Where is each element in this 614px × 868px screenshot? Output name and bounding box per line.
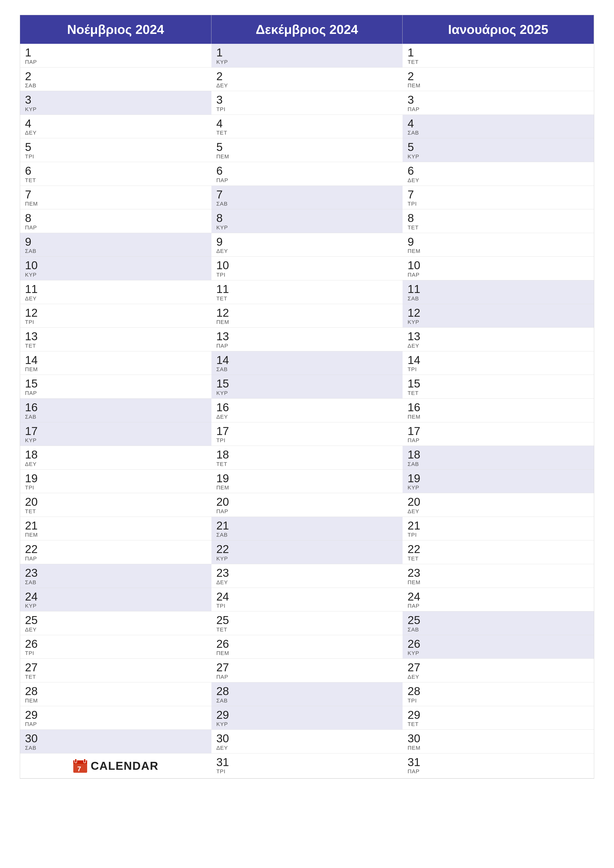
day-name: ΣΑΒ bbox=[25, 248, 207, 254]
day-name: ΔΕΥ bbox=[25, 626, 207, 633]
svg-text:7: 7 bbox=[77, 765, 81, 773]
day-number: 17 bbox=[216, 425, 398, 437]
day-name: ΔΕΥ bbox=[407, 674, 589, 680]
day-name: ΣΑΒ bbox=[216, 366, 398, 373]
month-0-row-14: 15ΠΑΡ bbox=[20, 375, 211, 398]
day-name: ΔΕΥ bbox=[216, 579, 398, 586]
month-1-row-1: 2ΔΕΥ bbox=[211, 68, 403, 91]
month-0-row-25: 26ΤΡΙ bbox=[20, 635, 211, 659]
day-name: ΔΕΥ bbox=[407, 508, 589, 515]
day-name: ΣΑΒ bbox=[25, 745, 207, 751]
day-name: ΤΡΙ bbox=[25, 153, 207, 160]
day-number: 31 bbox=[216, 756, 398, 769]
day-name: ΔΕΥ bbox=[216, 82, 398, 89]
month-0-row-29: 30ΣΑΒ bbox=[20, 730, 211, 753]
day-number: 22 bbox=[407, 543, 589, 555]
day-name: ΠΑΡ bbox=[407, 603, 589, 609]
day-name: ΠΕΜ bbox=[216, 485, 398, 491]
month-2-row-17: 18ΣΑΒ bbox=[403, 446, 594, 470]
day-number: 12 bbox=[407, 307, 589, 319]
month-2-row-28: 29ΤΕΤ bbox=[403, 706, 594, 730]
day-name: ΠΕΜ bbox=[407, 579, 589, 586]
day-number: 29 bbox=[407, 708, 589, 721]
month-0-row-20: 21ΠΕΜ bbox=[20, 517, 211, 541]
month-2-row-22: 23ΠΕΜ bbox=[403, 564, 594, 588]
day-name: ΣΑΒ bbox=[25, 414, 207, 420]
day-number: 13 bbox=[407, 330, 589, 343]
month-0-row-18: 19ΤΡΙ bbox=[20, 470, 211, 493]
day-number: 26 bbox=[216, 638, 398, 650]
day-number: 27 bbox=[25, 661, 207, 674]
month-2-row-16: 17ΠΑΡ bbox=[403, 422, 594, 446]
day-name: ΣΑΒ bbox=[407, 295, 589, 302]
day-name: ΚΥΡ bbox=[407, 485, 589, 491]
day-name: ΚΥΡ bbox=[216, 721, 398, 727]
day-number: 28 bbox=[25, 685, 207, 698]
day-name: ΤΡΙ bbox=[25, 650, 207, 656]
day-name: ΠΕΜ bbox=[407, 414, 589, 420]
day-number: 15 bbox=[407, 377, 589, 390]
month-0-row-21: 22ΠΑΡ bbox=[20, 540, 211, 564]
day-number: 5 bbox=[216, 141, 398, 153]
day-name: ΤΡΙ bbox=[25, 485, 207, 491]
month-2-row-11: 12ΚΥΡ bbox=[403, 304, 594, 328]
day-number: 17 bbox=[25, 425, 207, 437]
day-number: 24 bbox=[216, 591, 398, 603]
month-1-row-9: 10ΤΡΙ bbox=[211, 257, 403, 281]
month-1-row-23: 24ΤΡΙ bbox=[211, 588, 403, 612]
month-2-row-7: 8ΤΕΤ bbox=[403, 209, 594, 233]
month-0-row-22: 23ΣΑΒ bbox=[20, 564, 211, 588]
month-1-row-24: 25ΤΕΤ bbox=[211, 611, 403, 635]
month-2-row-2: 3ΠΑΡ bbox=[403, 91, 594, 115]
day-name: ΔΕΥ bbox=[216, 248, 398, 254]
month-1-row-15: 16ΔΕΥ bbox=[211, 398, 403, 422]
day-name: ΠΕΜ bbox=[216, 319, 398, 326]
day-name: ΚΥΡ bbox=[407, 650, 589, 656]
day-name: ΠΕΜ bbox=[25, 698, 207, 704]
month-0-row-4: 5ΤΡΙ bbox=[20, 138, 211, 162]
month-0-row-17: 18ΔΕΥ bbox=[20, 446, 211, 470]
day-number: 18 bbox=[216, 448, 398, 461]
day-name: ΣΑΒ bbox=[407, 130, 589, 136]
day-name: ΚΥΡ bbox=[407, 153, 589, 160]
day-number: 10 bbox=[216, 259, 398, 272]
day-name: ΠΕΜ bbox=[216, 153, 398, 160]
month-1-row-17: 18ΤΕΤ bbox=[211, 446, 403, 470]
day-name: ΤΕΤ bbox=[407, 225, 589, 231]
day-name: ΤΕΤ bbox=[407, 555, 589, 562]
day-number: 30 bbox=[407, 732, 589, 745]
day-name: ΠΑΡ bbox=[407, 437, 589, 444]
month-0-row-28: 29ΠΑΡ bbox=[20, 706, 211, 730]
day-name: ΤΡΙ bbox=[407, 201, 589, 207]
day-name: ΔΕΥ bbox=[407, 177, 589, 184]
day-name: ΠΑΡ bbox=[216, 674, 398, 680]
month-0-row-11: 12ΤΡΙ bbox=[20, 304, 211, 328]
day-name: ΠΕΜ bbox=[25, 366, 207, 373]
day-number: 11 bbox=[407, 283, 589, 295]
day-number: 18 bbox=[407, 448, 589, 461]
day-name: ΣΑΒ bbox=[407, 626, 589, 633]
day-name: ΣΑΒ bbox=[25, 579, 207, 586]
day-name: ΤΕΤ bbox=[216, 461, 398, 467]
month-1-row-14: 15ΚΥΡ bbox=[211, 375, 403, 398]
day-number: 28 bbox=[407, 685, 589, 698]
day-number: 5 bbox=[25, 141, 207, 153]
month-2-row-21: 22ΤΕΤ bbox=[403, 540, 594, 564]
day-number: 9 bbox=[25, 236, 207, 248]
day-number: 22 bbox=[216, 543, 398, 555]
day-name: ΠΕΜ bbox=[407, 82, 589, 89]
day-number: 21 bbox=[407, 519, 589, 532]
month-2-row-24: 25ΣΑΒ bbox=[403, 611, 594, 635]
day-name: ΠΑΡ bbox=[25, 721, 207, 727]
day-number: 23 bbox=[25, 567, 207, 579]
month-0-row-26: 27ΤΕΤ bbox=[20, 659, 211, 682]
month-2-row-29: 30ΠΕΜ bbox=[403, 730, 594, 753]
day-number: 19 bbox=[25, 472, 207, 485]
day-number: 16 bbox=[216, 401, 398, 414]
calendar-logo-text: CALENDAR bbox=[91, 759, 159, 772]
day-number: 15 bbox=[25, 377, 207, 390]
day-number: 28 bbox=[216, 685, 398, 698]
day-number: 1 bbox=[407, 46, 589, 59]
day-name: ΚΥΡ bbox=[25, 437, 207, 444]
day-number: 14 bbox=[216, 354, 398, 366]
